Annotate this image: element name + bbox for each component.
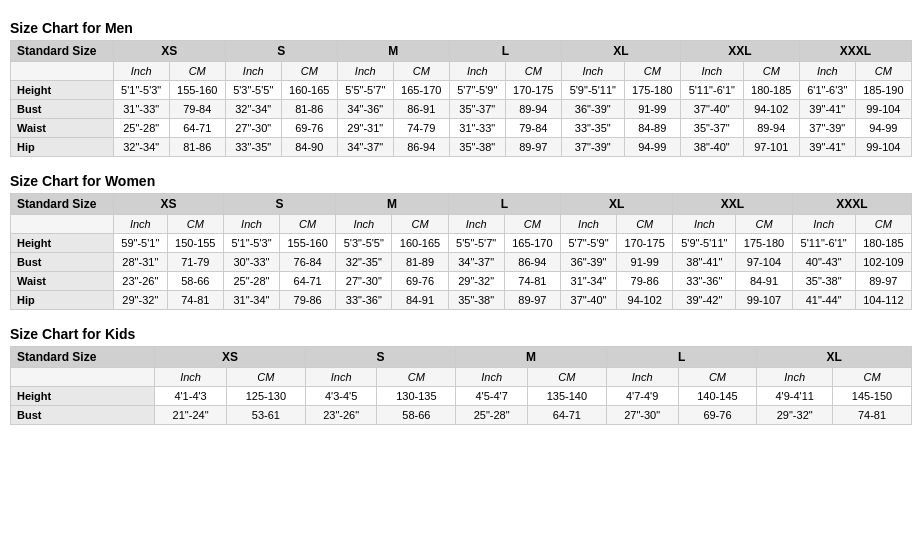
men-xxxl-inch: Inch xyxy=(799,62,855,81)
table-cell: 160-165 xyxy=(281,81,337,100)
men-xl-cm: CM xyxy=(624,62,680,81)
row-label: Waist xyxy=(11,119,114,138)
table-cell: 91-99 xyxy=(624,100,680,119)
table-cell: 5'9"-5'11" xyxy=(673,234,736,253)
table-cell: 35"-38" xyxy=(448,291,504,310)
row-label: Bust xyxy=(11,406,155,425)
table-cell: 35"-37" xyxy=(680,119,743,138)
table-cell: 35"-38" xyxy=(449,138,505,157)
women-header-row: Standard Size XS S M L XL XXL XXXL xyxy=(11,194,912,215)
table-cell: 32"-35" xyxy=(336,253,392,272)
table-cell: 102-109 xyxy=(855,253,911,272)
table-cell: 81-86 xyxy=(169,138,225,157)
table-row: Hip32"-34"81-8633"-35"84-9034"-37"86-943… xyxy=(11,138,912,157)
table-row: Bust31"-33"79-8432"-34"81-8634"-36"86-91… xyxy=(11,100,912,119)
table-row: Waist23"-26"58-6625"-28"64-7127"-30"69-7… xyxy=(11,272,912,291)
men-m-cm: CM xyxy=(393,62,449,81)
women-xl-inch: Inch xyxy=(560,215,616,234)
table-cell: 170-175 xyxy=(617,234,673,253)
kids-subheader-row: Inch CM Inch CM Inch CM Inch CM Inch CM xyxy=(11,368,912,387)
women-xs-inch: Inch xyxy=(114,215,168,234)
table-cell: 29"-32" xyxy=(757,406,833,425)
kids-xl-header: XL xyxy=(757,347,912,368)
table-cell: 180-185 xyxy=(743,81,799,100)
table-cell: 30"-33" xyxy=(223,253,279,272)
men-xxxl-cm: CM xyxy=(855,62,911,81)
table-cell: 39"-41" xyxy=(799,100,855,119)
kids-xl-cm: CM xyxy=(833,368,912,387)
kids-l-header: L xyxy=(606,347,757,368)
table-cell: 64-71 xyxy=(528,406,607,425)
table-cell: 36"-39" xyxy=(561,100,624,119)
women-std-size-header: Standard Size xyxy=(11,194,114,215)
women-subheader-empty xyxy=(11,215,114,234)
table-cell: 89-97 xyxy=(505,138,561,157)
table-row: Bust21"-24"53-6123"-26"58-6625"-28"64-71… xyxy=(11,406,912,425)
table-cell: 35"-38" xyxy=(792,272,855,291)
women-subheader-row: Inch CM Inch CM Inch CM Inch CM Inch CM … xyxy=(11,215,912,234)
table-cell: 28"-31" xyxy=(114,253,168,272)
table-cell: 23"-26" xyxy=(305,406,377,425)
table-cell: 79-86 xyxy=(617,272,673,291)
table-cell: 39"-42" xyxy=(673,291,736,310)
table-cell: 29"-32" xyxy=(114,291,168,310)
table-cell: 5'1"-5'3" xyxy=(223,234,279,253)
women-xxxl-inch: Inch xyxy=(792,215,855,234)
table-cell: 76-84 xyxy=(280,253,336,272)
table-cell: 185-190 xyxy=(855,81,911,100)
kids-section: Size Chart for Kids Standard Size XS S M… xyxy=(10,326,912,425)
table-cell: 97-101 xyxy=(743,138,799,157)
kids-table: Standard Size XS S M L XL Inch CM Inch C… xyxy=(10,346,912,425)
table-cell: 130-135 xyxy=(377,387,456,406)
men-table: Standard Size XS S M L XL XXL XXXL Inch … xyxy=(10,40,912,157)
table-cell: 35"-37" xyxy=(449,100,505,119)
women-xxl-header: XXL xyxy=(673,194,792,215)
table-cell: 91-99 xyxy=(617,253,673,272)
women-tbody: Height59"-5'1"150-1555'1"-5'3"155-1605'3… xyxy=(11,234,912,310)
table-cell: 5'11"-6'1" xyxy=(792,234,855,253)
kids-m-inch: Inch xyxy=(456,368,528,387)
women-xl-cm: CM xyxy=(617,215,673,234)
table-cell: 33"-36" xyxy=(336,291,392,310)
table-cell: 170-175 xyxy=(505,81,561,100)
table-cell: 155-160 xyxy=(280,234,336,253)
table-cell: 39"-41" xyxy=(799,138,855,157)
women-xs-cm: CM xyxy=(167,215,223,234)
table-cell: 64-71 xyxy=(169,119,225,138)
table-cell: 6'1"-6'3" xyxy=(799,81,855,100)
men-s-inch: Inch xyxy=(225,62,281,81)
table-cell: 165-170 xyxy=(393,81,449,100)
table-cell: 140-145 xyxy=(678,387,757,406)
women-l-header: L xyxy=(448,194,560,215)
men-s-cm: CM xyxy=(281,62,337,81)
table-cell: 5'7"-5'9" xyxy=(449,81,505,100)
kids-xs-header: XS xyxy=(155,347,306,368)
men-xs-header: XS xyxy=(113,41,225,62)
men-section: Size Chart for Men Standard Size XS S M … xyxy=(10,20,912,157)
table-cell: 4'5-4'7 xyxy=(456,387,528,406)
table-cell: 36"-39" xyxy=(560,253,616,272)
table-cell: 33"-36" xyxy=(673,272,736,291)
table-cell: 29"-32" xyxy=(448,272,504,291)
table-cell: 27"-30" xyxy=(606,406,678,425)
table-cell: 4'3-4'5 xyxy=(305,387,377,406)
table-cell: 27"-30" xyxy=(336,272,392,291)
table-cell: 84-91 xyxy=(392,291,448,310)
table-cell: 94-102 xyxy=(743,100,799,119)
table-cell: 94-99 xyxy=(624,138,680,157)
row-label: Bust xyxy=(11,253,114,272)
kids-l-cm: CM xyxy=(678,368,757,387)
table-cell: 33"-35" xyxy=(225,138,281,157)
table-cell: 27"-30" xyxy=(225,119,281,138)
table-cell: 86-91 xyxy=(393,100,449,119)
table-cell: 5'9"-5'11" xyxy=(561,81,624,100)
table-cell: 58-66 xyxy=(167,272,223,291)
table-cell: 94-102 xyxy=(617,291,673,310)
table-cell: 25"-28" xyxy=(456,406,528,425)
table-cell: 32"-34" xyxy=(225,100,281,119)
table-cell: 5'11"-6'1" xyxy=(680,81,743,100)
men-subheader-empty xyxy=(11,62,114,81)
women-title: Size Chart for Women xyxy=(10,173,912,189)
table-cell: 84-90 xyxy=(281,138,337,157)
table-cell: 74-81 xyxy=(167,291,223,310)
